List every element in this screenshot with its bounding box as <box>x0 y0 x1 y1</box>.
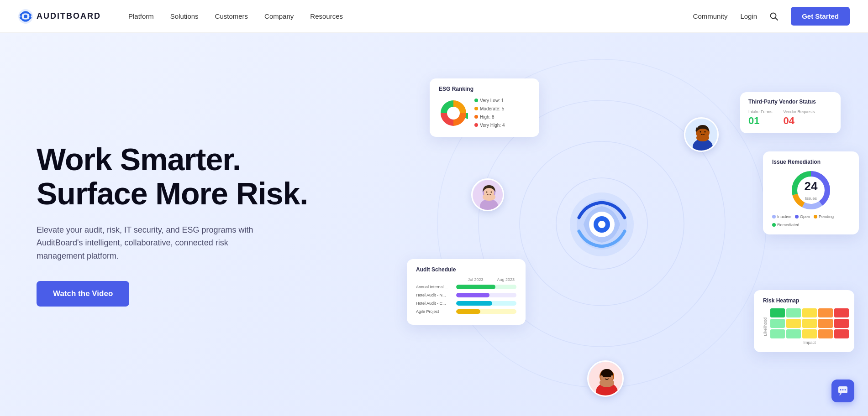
svg-point-28 <box>685 119 719 152</box>
intake-value: 01 <box>748 115 759 126</box>
nav-item-resources[interactable]: Resources <box>310 12 343 21</box>
vendor-status-card: Third-Party Vendor Status Intake Forms 0… <box>740 92 841 133</box>
donut-center: 24 Issues <box>805 179 818 202</box>
issue-remediation-card: Issue Remediation 24 Issues Inactive Ope… <box>763 151 859 234</box>
heatmap-cell <box>770 329 785 338</box>
svg-point-27 <box>490 192 492 193</box>
audit-card-title: Audit Schedule <box>416 266 516 273</box>
get-started-button[interactable]: Get Started <box>791 7 850 26</box>
audit-months: Jul 2023 Aug 2023 <box>416 277 516 282</box>
login-link[interactable]: Login <box>740 12 757 20</box>
svg-rect-45 <box>611 375 613 380</box>
svg-point-19 <box>794 174 827 207</box>
nav-item-customers[interactable]: Customers <box>215 12 248 21</box>
watch-video-button[interactable]: Watch the Video <box>37 281 129 307</box>
svg-rect-35 <box>696 131 699 135</box>
svg-point-2 <box>24 15 27 18</box>
heatmap-cell <box>770 308 785 317</box>
audit-bar-1 <box>456 285 516 289</box>
heatmap-cell <box>770 319 785 328</box>
svg-point-10 <box>577 199 627 250</box>
vendor-card-title: Third-Party Vendor Status <box>748 99 832 105</box>
nav-left: AUDITBOARD Platform Solutions Customers … <box>18 9 343 24</box>
svg-point-37 <box>589 362 624 397</box>
svg-point-48 <box>842 389 844 390</box>
audit-label-3: Hotel Audit - C... <box>416 301 452 306</box>
svg-rect-44 <box>600 375 603 380</box>
svg-point-34 <box>705 131 706 132</box>
audit-bar-3 <box>456 301 516 306</box>
svg-point-8 <box>437 59 766 388</box>
heatmap-cell <box>802 319 817 328</box>
nav-item-solutions[interactable]: Solutions <box>170 12 199 21</box>
svg-point-22 <box>483 186 495 199</box>
svg-point-32 <box>696 134 709 141</box>
svg-point-29 <box>696 125 710 139</box>
svg-point-26 <box>486 192 487 193</box>
navbar: AUDITBOARD Platform Solutions Customers … <box>0 0 868 33</box>
audit-bar-2 <box>456 293 516 297</box>
avatar-man-bottom <box>587 360 624 397</box>
heatmap-cell <box>834 329 849 338</box>
esg-content: Very Low: 1 Moderate: 5 High: 8 Very Hig… <box>439 97 530 130</box>
chat-icon <box>837 385 848 396</box>
audit-label-1: Annual Internal ... <box>416 285 452 289</box>
svg-point-20 <box>794 174 827 207</box>
nav-item-company[interactable]: Company <box>264 12 294 21</box>
audit-schedule-card: Audit Schedule Jul 2023 Aug 2023 Annual … <box>407 259 526 325</box>
issue-label: Issues <box>805 196 817 201</box>
svg-point-49 <box>845 389 846 390</box>
vendor-value: 04 <box>784 115 794 126</box>
svg-point-31 <box>697 127 708 138</box>
svg-point-47 <box>840 389 842 390</box>
heatmap-cell <box>818 319 833 328</box>
heatmap-x-label: Impact <box>770 340 849 345</box>
heatmap-cell <box>834 308 849 317</box>
hero-subtext: Elevate your audit, risk, IT security, a… <box>37 224 274 263</box>
esg-card-title: ESG Ranking <box>439 86 530 92</box>
nav-right: Community Login Get Started <box>693 7 850 26</box>
search-button[interactable] <box>770 12 778 21</box>
main-nav: Platform Solutions Customers Company Res… <box>128 12 343 21</box>
svg-point-40 <box>601 370 613 382</box>
risk-heatmap-card: Risk Heatmap Likelihood <box>754 290 854 352</box>
audit-row-4: Agile Project <box>416 309 516 314</box>
svg-point-6 <box>520 141 684 306</box>
avatar-man-top <box>684 117 719 152</box>
svg-point-23 <box>480 199 498 211</box>
svg-point-15 <box>447 107 460 120</box>
audit-label-4: Agile Project <box>416 309 452 314</box>
hero-visual: ESG Ranking Very Low: 1 Moderate: 5 High… <box>384 33 868 416</box>
heatmap-cell <box>818 329 833 338</box>
logo[interactable]: AUDITBOARD <box>18 9 101 24</box>
intake-label: Intake Forms <box>748 109 773 114</box>
svg-point-7 <box>479 100 725 347</box>
svg-point-41 <box>600 378 614 387</box>
heatmap-cell <box>786 308 801 317</box>
chat-button[interactable] <box>831 380 854 402</box>
svg-point-39 <box>596 383 618 397</box>
svg-point-30 <box>693 139 713 152</box>
esg-ranking-card: ESG Ranking Very Low: 1 Moderate: 5 High… <box>430 78 539 137</box>
issue-card-title: Issue Remediation <box>772 159 850 165</box>
svg-point-17 <box>794 174 827 207</box>
avatar-woman-left <box>471 178 504 211</box>
vendor-requests: Vendor Requests 04 <box>784 109 815 127</box>
heatmap-cell <box>786 329 801 338</box>
svg-point-13 <box>598 221 605 228</box>
heatmap-grid <box>770 308 849 338</box>
svg-point-24 <box>484 187 494 198</box>
issue-legend: Inactive Open Pending Remediated <box>772 214 850 227</box>
svg-point-14 <box>441 100 466 126</box>
heatmap-grid-wrap: Impact <box>770 308 849 345</box>
svg-point-33 <box>700 131 701 132</box>
svg-point-38 <box>600 369 614 384</box>
audit-label-2: Hotel Audit - N... <box>416 293 452 297</box>
issue-count: 24 <box>805 179 818 193</box>
heatmap-y-label: Likelihood <box>763 317 768 336</box>
community-link[interactable]: Community <box>693 12 728 20</box>
svg-point-43 <box>609 375 610 377</box>
audit-bar-4 <box>456 309 516 314</box>
audit-row-3: Hotel Audit - C... <box>416 301 516 306</box>
nav-item-platform[interactable]: Platform <box>128 12 154 21</box>
